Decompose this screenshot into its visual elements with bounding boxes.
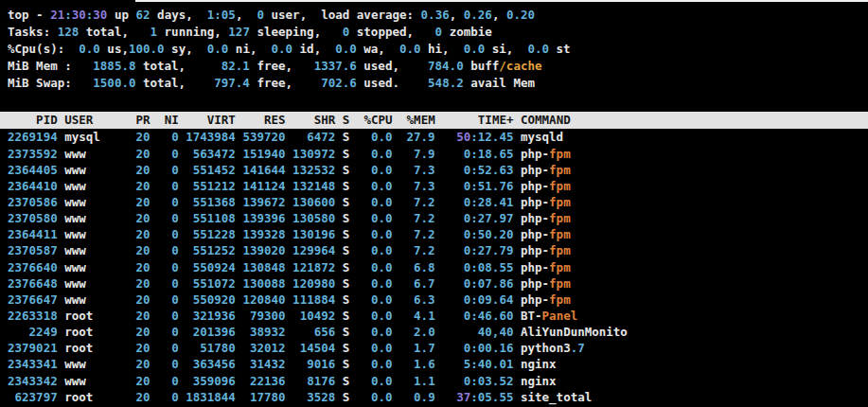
text-segment <box>236 341 250 355</box>
text-segment: php- <box>521 292 549 307</box>
text-segment: php- <box>521 211 549 225</box>
process-table-header: PID USER PR NI VIRT RES SHR S %CPU %MEM … <box>0 112 868 129</box>
text-segment: 2373592 <box>8 147 58 161</box>
text-segment: 2.0 <box>414 325 435 339</box>
text-segment <box>286 211 293 225</box>
text-segment <box>393 390 415 404</box>
text-segment: 21 <box>50 8 64 22</box>
text-segment: :12.45 <box>470 130 513 144</box>
top-edge-strip <box>135 0 868 2</box>
text-segment: 0:50.20 <box>464 227 514 241</box>
text-segment <box>86 195 122 209</box>
text-segment: 132148 <box>292 179 335 193</box>
terminal-screen[interactable]: top - 21:30:30 up 62 days, 1:05, 0 user,… <box>0 0 868 405</box>
text-segment: 0.0 <box>371 357 393 371</box>
text-segment: fpm <box>549 276 571 291</box>
text-segment: 0 <box>171 130 179 144</box>
text-segment: 623797 <box>15 390 58 404</box>
text-segment <box>121 147 135 161</box>
text-segment: 0 <box>257 8 264 22</box>
text-segment: 4.1 <box>414 309 435 323</box>
text-segment <box>392 260 414 274</box>
text-segment: php- <box>521 227 549 241</box>
text-segment <box>435 325 478 339</box>
text-segment <box>435 341 464 355</box>
text-segment: 551072 <box>193 276 236 291</box>
text-segment: 6.3 <box>414 292 435 307</box>
text-segment: wa, <box>357 42 399 56</box>
text-segment: %MEM <box>407 113 435 127</box>
text-segment: 2364411 <box>8 227 58 241</box>
text-segment: 1500.0 <box>93 76 135 90</box>
text-segment: 2343342 <box>8 374 58 388</box>
text-segment: fpm <box>549 163 571 177</box>
text-segment <box>121 243 135 257</box>
text-segment: 0.26 <box>464 8 492 22</box>
text-segment: 0.0 <box>371 147 393 161</box>
text-segment: ni, <box>228 42 271 56</box>
text-segment: 0:52.63 <box>464 163 514 177</box>
text-segment <box>393 309 415 323</box>
text-segment: 0 <box>171 179 179 193</box>
text-segment <box>286 341 300 355</box>
text-segment <box>349 374 371 388</box>
text-segment: 539720 <box>242 130 285 144</box>
text-segment <box>349 130 371 144</box>
process-row: 2370587 www 20 0 551252 139020 129964 S … <box>8 242 868 258</box>
text-segment: 1.1 <box>414 374 435 388</box>
text-segment <box>286 390 308 404</box>
process-row: 2269194 mysql 20 0 1743984 539720 6472 S… <box>8 129 868 145</box>
text-segment: 0 <box>171 309 179 323</box>
text-segment: 0.36 <box>421 8 450 22</box>
text-segment: 6.8 <box>414 260 435 274</box>
text-segment: :05.55 <box>470 390 513 404</box>
text-segment: 7.2 <box>414 243 435 257</box>
text-segment <box>179 113 207 127</box>
text-segment <box>435 130 457 144</box>
text-segment: sy, <box>165 42 207 56</box>
process-row: 2370586 www 20 0 551368 139672 130600 S … <box>8 194 868 210</box>
text-segment: 702.6 <box>321 76 357 90</box>
text-segment: 0 <box>171 163 179 177</box>
text-segment <box>513 113 521 127</box>
text-segment: BT- <box>521 309 542 323</box>
text-segment <box>335 211 343 225</box>
text-segment: php- <box>521 179 549 193</box>
text-segment: 120980 <box>292 276 335 291</box>
text-segment: 38932 <box>250 325 286 339</box>
text-segment: 563472 <box>193 147 236 161</box>
text-segment: 1.7 <box>414 341 435 355</box>
text-segment: 6472 <box>307 130 335 144</box>
text-segment <box>513 195 521 209</box>
text-segment <box>392 276 414 291</box>
text-segment: 0.0 <box>371 374 393 388</box>
text-segment: 550920 <box>193 292 236 307</box>
text-segment <box>286 276 293 291</box>
text-segment: user, load average: <box>264 8 421 22</box>
text-segment <box>513 163 521 177</box>
text-segment: 141124 <box>242 179 285 193</box>
text-segment: 0:46.60 <box>464 309 514 323</box>
text-segment: 128 <box>58 25 80 39</box>
text-segment: 20 <box>136 325 151 339</box>
text-segment <box>86 374 122 388</box>
text-segment: 1743984 <box>186 130 236 144</box>
text-segment <box>179 211 193 225</box>
text-segment <box>86 292 122 307</box>
text-segment: php- <box>521 147 549 161</box>
text-segment <box>286 195 293 209</box>
text-segment <box>93 309 121 323</box>
text-segment: 9016 <box>307 357 335 371</box>
text-segment: 0 <box>171 147 179 161</box>
text-segment <box>349 260 371 274</box>
text-segment: php- <box>521 163 549 177</box>
text-segment: www <box>64 276 86 291</box>
text-segment: free, <box>250 76 321 90</box>
process-row: 2343341 www 20 0 363456 31432 9016 S 0.0… <box>8 356 868 372</box>
text-segment: 784.0 <box>428 59 464 73</box>
text-segment: zombie <box>442 25 492 39</box>
text-segment: 10492 <box>300 309 336 323</box>
text-segment <box>335 260 343 274</box>
text-segment <box>393 374 415 388</box>
text-segment <box>393 113 407 127</box>
